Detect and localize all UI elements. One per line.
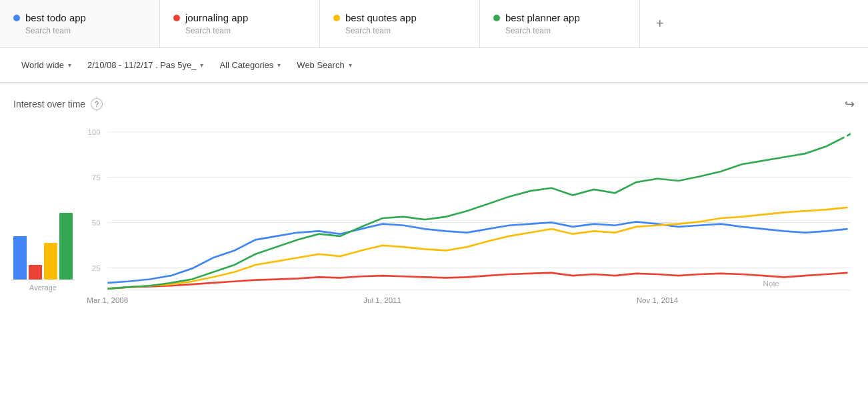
- bar-journal: [29, 265, 42, 280]
- planner-subtitle: Search team: [493, 26, 626, 35]
- svg-text:Mar 1, 2008: Mar 1, 2008: [87, 296, 128, 304]
- todo-dot: [13, 15, 20, 21]
- average-label: Average: [29, 284, 57, 292]
- planner-label: best planner app: [505, 12, 580, 23]
- date-filter[interactable]: 2/10/08 - 11/2/17 . Pas 5ye_ ▾: [79, 56, 211, 74]
- svg-text:Nov 1, 2014: Nov 1, 2014: [637, 296, 679, 304]
- svg-text:25: 25: [92, 264, 101, 272]
- line-chart-area: 100 75 50 25 Mar 1, 2008 Jul 1, 2011 Nov…: [79, 125, 855, 312]
- journal-dot: [173, 15, 180, 21]
- category-arrow-icon: ▾: [277, 61, 281, 69]
- search-term-todo-title: best todo app: [13, 12, 146, 23]
- search-type-label: Web Search: [297, 60, 344, 70]
- search-term-planner-title: best planner app: [493, 12, 626, 23]
- bar-planner: [59, 213, 73, 280]
- quotes-subtitle: Search team: [333, 26, 466, 35]
- line-chart-svg: 100 75 50 25 Mar 1, 2008 Jul 1, 2011 Nov…: [79, 125, 855, 312]
- average-bar-chart: Average: [13, 213, 73, 312]
- journal-label: journaling app: [185, 12, 248, 23]
- add-term-button[interactable]: +: [640, 0, 680, 47]
- planner-dot: [493, 15, 500, 21]
- line-planner-solid: [107, 139, 841, 289]
- svg-text:100: 100: [87, 127, 101, 136]
- bar-todo: [13, 236, 27, 280]
- quotes-label: best quotes app: [345, 12, 417, 23]
- chart-container: Average 100 75 50 25: [13, 125, 855, 312]
- help-icon[interactable]: ?: [91, 98, 103, 110]
- region-filter[interactable]: World wide ▾: [13, 56, 79, 74]
- search-term-journal-title: journaling app: [173, 12, 306, 23]
- todo-label: best todo app: [25, 12, 86, 23]
- svg-text:50: 50: [92, 218, 101, 227]
- search-type-arrow-icon: ▾: [349, 61, 352, 69]
- date-label: 2/10/08 - 11/2/17 . Pas 5ye_: [87, 60, 196, 70]
- chart-title: Interest over time: [13, 99, 85, 109]
- chart-title-row: Interest over time ?: [13, 98, 103, 110]
- search-term-planner[interactable]: best planner app Search team: [480, 0, 640, 47]
- search-term-journal[interactable]: journaling app Search team: [160, 0, 320, 47]
- todo-subtitle: Search team: [13, 26, 146, 35]
- category-label: All Categories: [219, 60, 273, 70]
- search-term-todo[interactable]: best todo app Search team: [0, 0, 160, 47]
- search-type-filter[interactable]: Web Search ▾: [289, 56, 359, 74]
- journal-subtitle: Search team: [173, 26, 306, 35]
- line-planner-dashed: [841, 133, 851, 139]
- svg-text:75: 75: [92, 173, 101, 181]
- chart-header: Interest over time ? ↪: [13, 97, 855, 111]
- search-term-quotes[interactable]: best quotes app Search team: [320, 0, 480, 47]
- region-arrow-icon: ▾: [68, 61, 71, 69]
- filter-bar: World wide ▾ 2/10/08 - 11/2/17 . Pas 5ye…: [0, 48, 868, 83]
- chart-section: Interest over time ? ↪ Average: [0, 83, 868, 318]
- quotes-dot: [333, 15, 340, 21]
- bar-quotes: [44, 243, 57, 280]
- search-term-quotes-title: best quotes app: [333, 12, 466, 23]
- share-icon[interactable]: ↪: [845, 97, 855, 111]
- region-label: World wide: [21, 60, 64, 70]
- bars-group: [13, 213, 73, 280]
- date-arrow-icon: ▾: [200, 61, 203, 69]
- category-filter[interactable]: All Categories ▾: [211, 56, 289, 74]
- search-terms-bar: best todo app Search team journaling app…: [0, 0, 868, 48]
- svg-text:Note: Note: [763, 279, 780, 288]
- svg-text:Jul 1, 2011: Jul 1, 2011: [363, 296, 401, 304]
